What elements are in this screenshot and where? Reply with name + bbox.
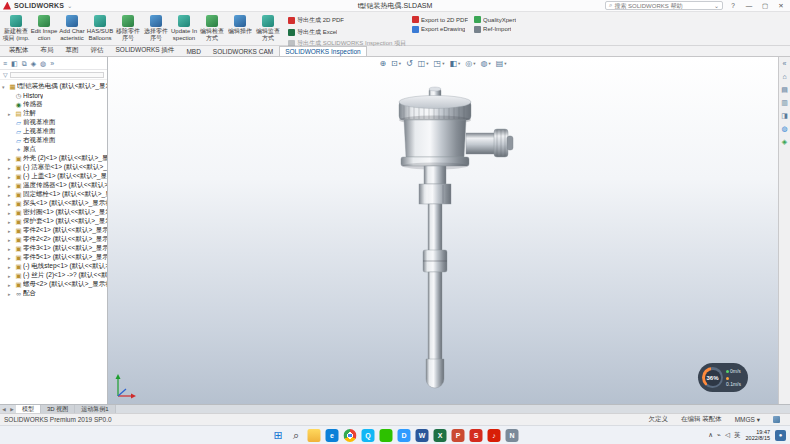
ribbon-button[interactable]: 编辑操作 (226, 13, 254, 45)
tree-item[interactable]: ◷History (0, 91, 107, 100)
hide-show-items-icon[interactable]: ◎▾ (464, 59, 476, 68)
collapse-pane-icon[interactable]: « (783, 60, 787, 68)
thermocouple-model[interactable] (108, 57, 778, 404)
design-library-icon[interactable]: ▤ (781, 86, 788, 94)
command-tab[interactable]: MBD (180, 46, 206, 56)
appearances-icon[interactable]: ◍ (781, 125, 787, 133)
wechat-icon[interactable] (380, 429, 393, 442)
custom-properties-icon[interactable]: ◈ (782, 138, 787, 146)
search-input[interactable] (614, 3, 712, 9)
tree-item[interactable]: ▱前视基准面 (0, 118, 107, 127)
tree-filter-input[interactable] (10, 72, 104, 78)
minimize-button[interactable]: — (743, 2, 755, 9)
help-search-box[interactable]: ⌕ ⌄ (605, 1, 723, 10)
ribbon-button[interactable]: 新建检查项目 (imp.h) (2, 13, 30, 45)
tree-item[interactable]: ▸▣外壳 (2)<1> (默认<<默认>_显示状态-1>) (0, 154, 107, 163)
document-tab[interactable]: 模型 (16, 405, 41, 413)
apply-scene-icon[interactable]: ▤▾ (495, 59, 508, 68)
dimxpertmanager-icon[interactable]: ◈ (31, 57, 36, 70)
tree-item[interactable]: ▸▣(-) 电线step<1> (默认<<默认>_显示状态-1>) (0, 262, 107, 271)
document-tab[interactable]: 运动算例1 (75, 405, 115, 413)
search-icon[interactable]: ⌕ (290, 429, 303, 442)
help-button[interactable]: ? (727, 2, 739, 9)
previous-view-icon[interactable]: ↺ (405, 59, 414, 68)
tree-item[interactable]: ▸▣密封圈<1> (默认<<默认>_显示状态-1>) (0, 208, 107, 217)
view-palette-icon[interactable]: ◨ (781, 112, 788, 120)
tree-item[interactable]: ▸▣保护套<1> (默认<<默认>_显示状态-1>) (0, 217, 107, 226)
section-view-icon[interactable]: ◫▾ (417, 59, 430, 68)
status-tag-icon[interactable] (773, 416, 780, 423)
file-explorer-pane-icon[interactable]: ▥ (781, 99, 788, 107)
maximize-button[interactable]: ▢ (759, 2, 771, 10)
excel-icon[interactable]: X (434, 429, 447, 442)
toolbar-expand-caret-icon[interactable]: ⌄ (67, 2, 72, 9)
edit-appearance-icon[interactable]: ◍▾ (480, 59, 492, 68)
start-icon[interactable]: ⊞ (272, 429, 285, 442)
tree-item[interactable]: ⌖原点 (0, 145, 107, 154)
ribbon-menu-item[interactable]: 导出生成 2D PDF (288, 16, 406, 25)
powerpoint-icon[interactable]: P (452, 429, 465, 442)
volume-icon[interactable]: ◁ (725, 431, 730, 439)
ribbon-menu-item[interactable]: Export to 2D PDF (412, 16, 468, 23)
tree-item[interactable]: ◉传感器 (0, 100, 107, 109)
ribbon-menu-item[interactable]: Export eDrawing (412, 26, 468, 33)
ribbon-button[interactable]: 编辑检查方式 (198, 13, 226, 45)
tab-scroll-left-icon[interactable]: ◀ (0, 405, 8, 413)
command-tab[interactable]: SOLIDWORKS CAM (207, 46, 279, 56)
featuremanager-tree-icon[interactable]: ≡ (3, 57, 7, 70)
command-tab[interactable]: 布局 (35, 44, 60, 56)
solidworks-resources-icon[interactable]: ⌂ (782, 73, 786, 81)
solidworks-taskbar-icon[interactable]: S (470, 429, 483, 442)
command-tab[interactable]: 装配体 (3, 44, 35, 56)
edge-icon[interactable]: e (326, 429, 339, 442)
units-selector[interactable]: MMGS ▾ (735, 416, 760, 424)
tree-item[interactable]: ▸▣探头<1> (默认<<默认>_显示状态-1>) (0, 199, 107, 208)
ribbon-button[interactable]: Edit Inspection (30, 13, 58, 45)
tree-item[interactable]: ▸▣(-) 上盖<1> (默认<<默认>_显示状态-1>) (0, 172, 107, 181)
command-tab[interactable]: 草图 (60, 44, 85, 56)
ribbon-menu-item[interactable]: Ref-Import (474, 26, 516, 33)
tree-item[interactable]: ▸▣零件5<1> (默认<<默认>_显示状态-1>) (0, 253, 107, 262)
command-tab[interactable]: SOLIDWORKS Inspection (279, 46, 367, 56)
chrome-icon[interactable] (344, 429, 357, 442)
ribbon-button[interactable]: 选择零件序号 (142, 13, 170, 45)
tree-item[interactable]: ▸▣(-) 活塞垫<1> (默认<<默认>_显示状态-1>) (0, 163, 107, 172)
tab-scroll-right-icon[interactable]: ▶ (8, 405, 16, 413)
tree-item[interactable]: ▸▣(-) 丝片 (2)<1> ->? (默认<<默认>_显示状态-1>) (0, 271, 107, 280)
close-button[interactable]: ✕ (775, 2, 787, 10)
tree-item[interactable]: ▸▣零件3<1> (默认<<默认>_显示状态-1>) (0, 244, 107, 253)
ime-indicator[interactable]: 英 (734, 431, 741, 440)
zoom-fit-icon[interactable]: ⊕ (378, 59, 387, 68)
ribbon-menu-item[interactable]: 导出生成 Excel (288, 28, 406, 37)
tree-item[interactable]: ▸▣零件2<2> (默认<<默认>_显示状态-1>) (0, 235, 107, 244)
view-orientation-icon[interactable]: ◳▾ (433, 59, 446, 68)
tree-item[interactable]: ▸▣零件2<1> (默认<<默认>_显示状态-1>) (0, 226, 107, 235)
configurationmanager-icon[interactable]: ⧉ (22, 57, 27, 70)
tree-item[interactable]: ▸▣固定螺栓<1> (默认<<默认>_显示状态-1>) (0, 190, 107, 199)
filter-icon[interactable]: ▽ (3, 71, 8, 78)
tree-item[interactable]: ▱右视基准面 (0, 136, 107, 145)
tree-item[interactable]: ▾▦t型铠装热电偶 (默认<默认>_显示状态-1) (0, 82, 107, 91)
dingtalk-icon[interactable]: D (398, 429, 411, 442)
document-tab[interactable]: 3D 视图 (41, 405, 75, 413)
music-icon[interactable]: ♪ (488, 429, 501, 442)
panel-flyout-icon[interactable]: » (50, 57, 54, 70)
file-explorer-icon[interactable] (308, 429, 321, 442)
word-icon[interactable]: W (416, 429, 429, 442)
display-style-icon[interactable]: ◧▾ (448, 59, 461, 68)
taskbar-clock[interactable]: 19:47 2022/8/15 (746, 429, 770, 442)
ribbon-menu-item[interactable]: QualityXpert (474, 16, 516, 23)
tray-expand-icon[interactable]: ∧ (708, 431, 713, 439)
displaymanager-icon[interactable]: ◍ (40, 57, 46, 70)
qq-icon[interactable]: Q (362, 429, 375, 442)
ribbon-button[interactable]: HAS/SUB Balloons (86, 13, 114, 45)
tree-item[interactable]: ▸▤注解 (0, 109, 107, 118)
graphics-viewport[interactable]: ⊕⊡▾↺◫▾◳▾◧▾◎▾◍▾▤▾ (108, 57, 778, 404)
tree-item[interactable]: ▸∞配合 (0, 289, 107, 298)
network-icon[interactable]: ⌁ (717, 431, 721, 439)
notification-icon[interactable]: ● (775, 430, 786, 441)
notepad-icon[interactable]: N (506, 429, 519, 442)
command-tab[interactable]: 评估 (85, 44, 110, 56)
ribbon-button[interactable]: Add Characteristic (58, 13, 86, 45)
ribbon-button[interactable]: 编辑监查方式 (254, 13, 282, 45)
